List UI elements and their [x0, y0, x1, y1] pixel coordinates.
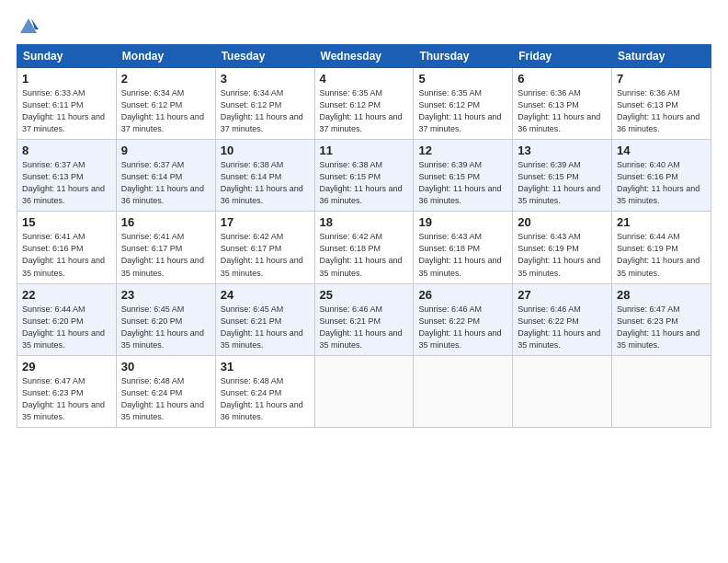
day-info: Sunrise: 6:40 AMSunset: 6:16 PMDaylight:… — [617, 160, 700, 205]
day-number: 14 — [617, 144, 706, 157]
day-number: 15 — [22, 215, 111, 229]
day-number: 13 — [518, 144, 607, 157]
calendar-week-row: 15 Sunrise: 6:41 AMSunset: 6:16 PMDaylig… — [17, 212, 711, 283]
calendar-cell: 1 Sunrise: 6:33 AMSunset: 6:11 PMDayligh… — [17, 68, 117, 140]
calendar-week-row: 29 Sunrise: 6:47 AMSunset: 6:23 PMDaylig… — [17, 355, 711, 427]
calendar-week-row: 8 Sunrise: 6:37 AMSunset: 6:13 PMDayligh… — [17, 140, 711, 212]
day-info: Sunrise: 6:46 AMSunset: 6:22 PMDaylight:… — [518, 304, 600, 350]
day-info: Sunrise: 6:37 AMSunset: 6:13 PMDaylight:… — [22, 160, 105, 205]
day-info: Sunrise: 6:39 AMSunset: 6:15 PMDaylight:… — [418, 160, 501, 205]
day-number: 2 — [121, 72, 210, 86]
day-number: 7 — [617, 72, 706, 86]
calendar-cell: 20 Sunrise: 6:43 AMSunset: 6:19 PMDaylig… — [513, 212, 612, 283]
day-info: Sunrise: 6:41 AMSunset: 6:16 PMDaylight:… — [22, 232, 105, 277]
calendar-cell: 14 Sunrise: 6:40 AMSunset: 6:16 PMDaylig… — [612, 140, 711, 212]
day-info: Sunrise: 6:45 AMSunset: 6:20 PMDaylight:… — [121, 304, 204, 350]
calendar-cell: 25 Sunrise: 6:46 AMSunset: 6:21 PMDaylig… — [314, 283, 414, 355]
col-header-thursday: Thursday — [414, 45, 513, 68]
calendar-cell: 7 Sunrise: 6:36 AMSunset: 6:13 PMDayligh… — [612, 68, 711, 140]
calendar-cell: 8 Sunrise: 6:37 AMSunset: 6:13 PMDayligh… — [17, 140, 117, 212]
col-header-friday: Friday — [513, 45, 612, 68]
day-number: 28 — [617, 288, 706, 302]
calendar-cell — [513, 355, 612, 427]
header — [17, 17, 711, 33]
calendar-cell: 21 Sunrise: 6:44 AMSunset: 6:19 PMDaylig… — [612, 212, 711, 283]
day-info: Sunrise: 6:47 AMSunset: 6:23 PMDaylight:… — [22, 376, 105, 421]
calendar-cell: 16 Sunrise: 6:41 AMSunset: 6:17 PMDaylig… — [116, 212, 215, 283]
calendar-cell: 12 Sunrise: 6:39 AMSunset: 6:15 PMDaylig… — [414, 140, 513, 212]
calendar-header-row: SundayMondayTuesdayWednesdayThursdayFrid… — [17, 45, 711, 68]
day-number: 9 — [121, 144, 210, 157]
col-header-tuesday: Tuesday — [215, 45, 314, 68]
day-info: Sunrise: 6:41 AMSunset: 6:17 PMDaylight:… — [121, 232, 204, 277]
day-number: 31 — [221, 360, 310, 373]
day-info: Sunrise: 6:38 AMSunset: 6:15 PMDaylight:… — [320, 160, 403, 205]
col-header-monday: Monday — [116, 45, 215, 68]
col-header-saturday: Saturday — [612, 45, 711, 68]
day-number: 21 — [617, 215, 706, 229]
calendar-cell: 24 Sunrise: 6:45 AMSunset: 6:21 PMDaylig… — [215, 283, 314, 355]
day-info: Sunrise: 6:35 AMSunset: 6:12 PMDaylight:… — [418, 88, 501, 133]
calendar-cell: 13 Sunrise: 6:39 AMSunset: 6:15 PMDaylig… — [513, 140, 612, 212]
day-info: Sunrise: 6:36 AMSunset: 6:13 PMDaylight:… — [518, 88, 600, 133]
calendar-cell: 29 Sunrise: 6:47 AMSunset: 6:23 PMDaylig… — [17, 355, 117, 427]
calendar-cell: 28 Sunrise: 6:47 AMSunset: 6:23 PMDaylig… — [612, 283, 711, 355]
day-number: 16 — [121, 215, 210, 229]
day-number: 30 — [121, 360, 210, 373]
day-number: 25 — [320, 288, 409, 302]
day-number: 18 — [320, 215, 409, 229]
calendar-week-row: 1 Sunrise: 6:33 AMSunset: 6:11 PMDayligh… — [17, 68, 711, 140]
day-info: Sunrise: 6:46 AMSunset: 6:21 PMDaylight:… — [320, 304, 403, 350]
calendar-cell: 19 Sunrise: 6:43 AMSunset: 6:18 PMDaylig… — [414, 212, 513, 283]
day-number: 5 — [418, 72, 507, 86]
day-number: 3 — [221, 72, 310, 86]
calendar-cell: 27 Sunrise: 6:46 AMSunset: 6:22 PMDaylig… — [513, 283, 612, 355]
calendar-cell: 23 Sunrise: 6:45 AMSunset: 6:20 PMDaylig… — [116, 283, 215, 355]
calendar-cell: 22 Sunrise: 6:44 AMSunset: 6:20 PMDaylig… — [17, 283, 117, 355]
day-info: Sunrise: 6:45 AMSunset: 6:21 PMDaylight:… — [221, 304, 303, 350]
calendar-cell — [414, 355, 513, 427]
day-info: Sunrise: 6:46 AMSunset: 6:22 PMDaylight:… — [418, 304, 501, 350]
day-number: 19 — [418, 215, 507, 229]
calendar-cell — [612, 355, 711, 427]
day-info: Sunrise: 6:42 AMSunset: 6:17 PMDaylight:… — [221, 232, 303, 277]
day-info: Sunrise: 6:36 AMSunset: 6:13 PMDaylight:… — [617, 88, 700, 133]
day-number: 20 — [518, 215, 607, 229]
day-info: Sunrise: 6:43 AMSunset: 6:18 PMDaylight:… — [418, 232, 501, 277]
calendar-cell: 11 Sunrise: 6:38 AMSunset: 6:15 PMDaylig… — [314, 140, 414, 212]
calendar-cell: 6 Sunrise: 6:36 AMSunset: 6:13 PMDayligh… — [513, 68, 612, 140]
day-info: Sunrise: 6:44 AMSunset: 6:19 PMDaylight:… — [617, 232, 700, 277]
day-number: 24 — [221, 288, 310, 302]
day-info: Sunrise: 6:38 AMSunset: 6:14 PMDaylight:… — [221, 160, 303, 205]
calendar-cell: 4 Sunrise: 6:35 AMSunset: 6:12 PMDayligh… — [314, 68, 414, 140]
logo-icon — [18, 17, 39, 37]
day-number: 11 — [320, 144, 409, 157]
calendar-cell: 31 Sunrise: 6:48 AMSunset: 6:24 PMDaylig… — [215, 355, 314, 427]
calendar-cell: 10 Sunrise: 6:38 AMSunset: 6:14 PMDaylig… — [215, 140, 314, 212]
day-info: Sunrise: 6:47 AMSunset: 6:23 PMDaylight:… — [617, 304, 700, 350]
calendar-cell: 5 Sunrise: 6:35 AMSunset: 6:12 PMDayligh… — [414, 68, 513, 140]
day-info: Sunrise: 6:34 AMSunset: 6:12 PMDaylight:… — [221, 88, 303, 133]
day-number: 12 — [418, 144, 507, 157]
calendar-cell: 2 Sunrise: 6:34 AMSunset: 6:12 PMDayligh… — [116, 68, 215, 140]
day-info: Sunrise: 6:48 AMSunset: 6:24 PMDaylight:… — [121, 376, 204, 421]
day-info: Sunrise: 6:42 AMSunset: 6:18 PMDaylight:… — [320, 232, 403, 277]
calendar-cell: 3 Sunrise: 6:34 AMSunset: 6:12 PMDayligh… — [215, 68, 314, 140]
calendar-cell — [314, 355, 414, 427]
day-number: 23 — [121, 288, 210, 302]
page: SundayMondayTuesdayWednesdayThursdayFrid… — [0, 0, 728, 563]
day-number: 4 — [320, 72, 409, 86]
day-info: Sunrise: 6:33 AMSunset: 6:11 PMDaylight:… — [22, 88, 105, 133]
day-number: 6 — [518, 72, 607, 86]
day-info: Sunrise: 6:44 AMSunset: 6:20 PMDaylight:… — [22, 304, 105, 350]
day-info: Sunrise: 6:43 AMSunset: 6:19 PMDaylight:… — [518, 232, 600, 277]
day-number: 1 — [22, 72, 111, 86]
logo — [17, 17, 39, 33]
col-header-sunday: Sunday — [17, 45, 117, 68]
calendar: SundayMondayTuesdayWednesdayThursdayFrid… — [17, 44, 711, 428]
day-info: Sunrise: 6:35 AMSunset: 6:12 PMDaylight:… — [320, 88, 403, 133]
calendar-week-row: 22 Sunrise: 6:44 AMSunset: 6:20 PMDaylig… — [17, 283, 711, 355]
day-number: 29 — [22, 360, 111, 373]
calendar-cell: 18 Sunrise: 6:42 AMSunset: 6:18 PMDaylig… — [314, 212, 414, 283]
day-number: 10 — [221, 144, 310, 157]
